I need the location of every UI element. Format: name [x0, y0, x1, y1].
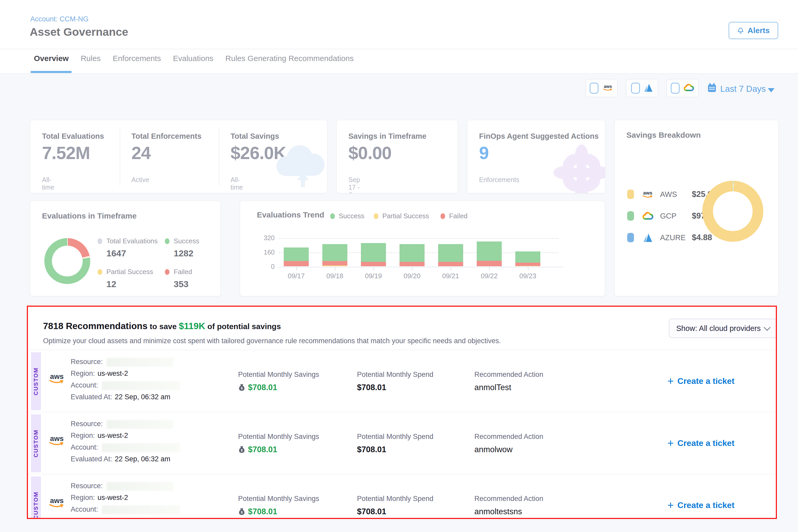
- money-bag-icon: $: [238, 508, 245, 516]
- redacted-account-value: [102, 506, 180, 514]
- evaluations-in-timeframe-card: Evaluations in Timeframe Total Evaluatio…: [30, 201, 221, 296]
- aws-logo-icon: aws: [47, 372, 66, 386]
- create-ticket-button[interactable]: Create a ticket: [667, 500, 734, 510]
- legend-item-success: Success 1282: [165, 237, 199, 259]
- page-title: Asset Governance: [30, 25, 128, 38]
- trend-bar-segment: [284, 247, 309, 261]
- redacted-account-value: [102, 381, 180, 390]
- gcp-filter-toggle[interactable]: [666, 79, 699, 97]
- recommendation-row: CUSTOM aws Resource: Region:us-west-2 Ac…: [28, 350, 776, 412]
- date-range-selector[interactable]: Last 7 Days: [720, 84, 766, 94]
- custom-tag: CUSTOM: [31, 476, 41, 518]
- x-axis-line: [279, 267, 563, 267]
- gcp-checkbox[interactable]: [671, 83, 680, 94]
- x-axis-tick: [296, 267, 297, 270]
- tab-evaluations[interactable]: Evaluations: [173, 54, 213, 63]
- resource-details: Resource: Region:us-west-2 Account: Eval…: [71, 480, 180, 518]
- tab-rules-generating-recommendations[interactable]: Rules Generating Recommendations: [225, 54, 354, 63]
- x-axis-tick-label: 09/22: [471, 272, 508, 280]
- trend-plot: 016032009/1709/1809/1909/2009/2109/2209/…: [240, 201, 605, 296]
- x-axis-tick: [412, 267, 413, 270]
- potential-monthly-savings: Potential Monthly Savings $$708.01: [238, 370, 319, 392]
- divider: [219, 128, 219, 186]
- trend-bar-segment: [284, 261, 309, 266]
- stat-value: 24: [131, 142, 151, 163]
- redacted-account-value: [102, 443, 180, 452]
- header-divider: [0, 49, 798, 49]
- tab-bar: Overview Rules Enforcements Evaluations …: [34, 54, 354, 63]
- evaluations-donut-chart: [44, 238, 90, 284]
- flower-watermark-icon: [550, 142, 605, 193]
- x-axis-tick: [335, 267, 335, 270]
- potential-monthly-savings: Potential Monthly Savings $$708.01: [238, 495, 319, 516]
- x-axis-tick-label: 09/21: [432, 272, 469, 280]
- red-dot-icon: [165, 269, 170, 275]
- recommendations-section: 7818 Recommendations to save $119K of po…: [28, 307, 776, 518]
- plus-icon: [667, 377, 674, 385]
- svg-text:$: $: [241, 386, 243, 390]
- svg-text:aws: aws: [643, 190, 652, 195]
- plus-icon: [667, 439, 674, 448]
- x-axis-tick-label: 09/17: [278, 272, 315, 280]
- cloud-provider-filter-dropdown[interactable]: Show: All cloud providers: [669, 319, 776, 338]
- x-axis-tick: [374, 267, 374, 270]
- finops-agent-card: FinOps Agent Suggested Actions 9 Enforce…: [467, 120, 605, 193]
- donut-hole: [713, 191, 753, 231]
- y-axis-tick-label: 0: [256, 263, 274, 270]
- svg-text:aws: aws: [50, 496, 64, 505]
- azure-checkbox[interactable]: [631, 83, 640, 94]
- aws-color-swatch: [627, 190, 634, 199]
- redacted-resource-value: [107, 420, 174, 429]
- legend-item-partial-success: Partial Success 12: [97, 268, 153, 289]
- svg-text:aws: aws: [604, 84, 612, 89]
- trend-bar-segment: [322, 265, 347, 266]
- azure-color-swatch: [627, 233, 634, 242]
- trend-bar-segment: [322, 261, 347, 265]
- resource-details: Resource: Region:us-west-2 Account: Eval…: [71, 356, 180, 403]
- tab-rules[interactable]: Rules: [81, 54, 101, 63]
- redacted-resource-value: [107, 358, 174, 367]
- savings-breakdown-donut-chart: [702, 181, 763, 242]
- y-axis-tick-label: 160: [256, 249, 274, 256]
- svg-text:$: $: [241, 511, 243, 514]
- create-ticket-button[interactable]: Create a ticket: [667, 376, 734, 386]
- resource-details: Resource: Region:us-west-2 Account: Eval…: [71, 418, 180, 465]
- potential-monthly-spend: Potential Monthly Spend $708.01: [357, 370, 433, 392]
- trend-bar-segment: [515, 266, 540, 266]
- azure-filter-toggle[interactable]: [626, 79, 658, 97]
- stat-value: $26.0K: [230, 142, 286, 163]
- recommended-action: Recommended Action anmoltestsns: [474, 495, 543, 516]
- x-axis-tick-label: 09/19: [355, 272, 392, 280]
- svg-text:$: $: [241, 449, 243, 452]
- card-title: Evaluations in Timeframe: [42, 211, 137, 220]
- gray-dot-icon: [97, 239, 102, 244]
- y-axis-tick-label: 320: [256, 234, 274, 242]
- chevron-down-icon: [764, 324, 771, 331]
- asset-governance-dashboard: Account: CCM-NG Asset Governance Alerts …: [0, 0, 798, 532]
- stat-value: $0.00: [348, 142, 392, 163]
- legend-item-aws: aws AWS $25.9K: [627, 189, 718, 200]
- tab-enforcements[interactable]: Enforcements: [113, 54, 161, 63]
- account-breadcrumb[interactable]: Account: CCM-NG: [30, 15, 89, 23]
- alerts-label: Alerts: [747, 26, 770, 35]
- x-axis-tick: [451, 267, 451, 270]
- donut-hole: [52, 246, 83, 277]
- totals-card: Total Evaluations 7.52M All-time Total E…: [30, 120, 327, 193]
- create-ticket-button[interactable]: Create a ticket: [667, 438, 734, 448]
- legend-item-azure: AZURE $4.88: [627, 232, 712, 243]
- azure-logo-icon: [638, 233, 658, 242]
- money-bag-icon: $: [238, 384, 245, 392]
- caret-down-icon[interactable]: [768, 88, 775, 92]
- custom-tag: CUSTOM: [31, 414, 41, 472]
- tab-overview[interactable]: Overview: [34, 54, 69, 63]
- trend-bar-segment: [515, 263, 540, 266]
- alerts-button[interactable]: Alerts: [729, 22, 778, 39]
- recommended-action: Recommended Action anmolwow: [474, 433, 543, 454]
- x-axis-tick: [528, 267, 528, 270]
- aws-checkbox[interactable]: [590, 83, 598, 94]
- svg-text:aws: aws: [50, 435, 64, 442]
- aws-filter-toggle[interactable]: aws: [586, 79, 618, 97]
- potential-savings-amount: $119K: [179, 321, 205, 331]
- card-title: Savings Breakdown: [626, 131, 701, 139]
- recommendations-subtitle: Optimize your cloud assets and minimize …: [43, 337, 501, 345]
